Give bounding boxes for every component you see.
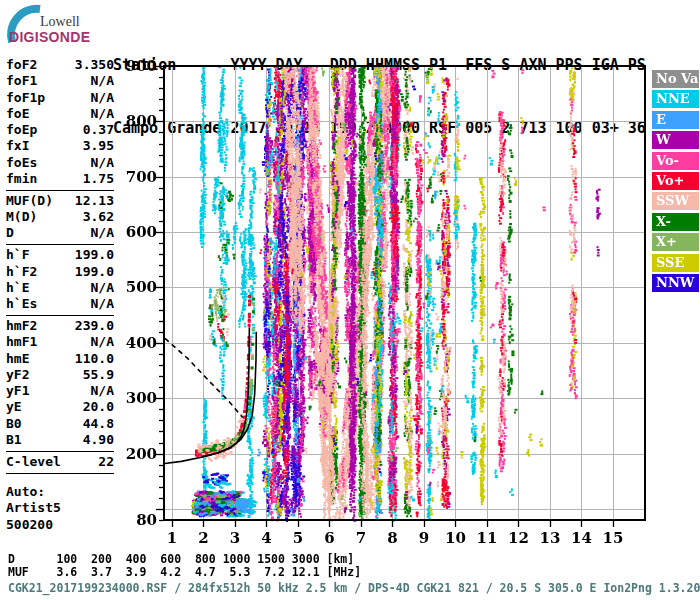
legend-item-w: W [652,131,699,149]
d-muf-table: D 100 200 400 600 800 1000 1500 3000 [km… [8,553,361,579]
file-info-line: CGK21_2017199234000.RSF / 284fx512h 50 k… [8,581,700,595]
legend-item-e: E [652,111,699,129]
echo-direction-legend: No ValNNEEWVo-Vo+SSWX-X+SSENNW [652,70,699,294]
legend-item-x-: X- [652,213,699,231]
legend-item-x+: X+ [652,233,699,251]
legend-item-noval: No Val [652,70,699,88]
legend-item-sse: SSE [652,254,699,272]
legend-item-vo-: Vo- [652,152,699,170]
ionogram-plot [0,0,700,600]
legend-item-nnw: NNW [652,274,699,292]
legend-item-vo+: Vo+ [652,172,699,190]
legend-item-nne: NNE [652,90,699,108]
ionogram-screen: Lowell DIGISONDE Station YYYY DAY DDD HH… [0,0,700,600]
legend-item-ssw: SSW [652,192,699,210]
